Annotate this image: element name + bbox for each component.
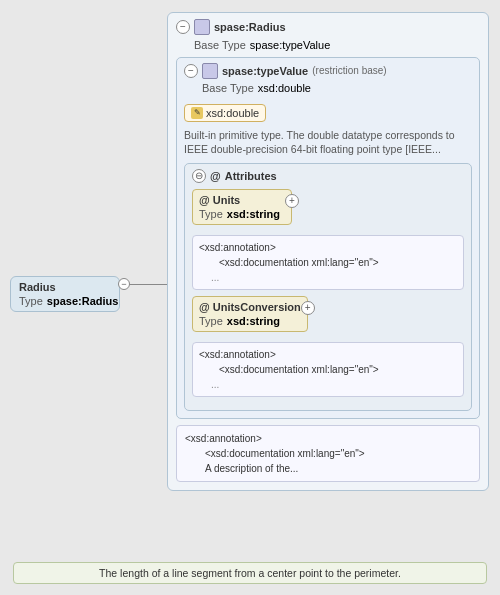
units-attr-item: @ Units Type xsd:string + <box>192 189 292 225</box>
inner-type-icon <box>202 63 218 79</box>
chip-label: xsd:double <box>206 107 259 119</box>
units-plus-btn[interactable]: + <box>285 194 299 208</box>
units-conversion-xml-block: <xsd:annotation> <xsd:documentation xml:… <box>192 342 464 397</box>
inner-base-type-key: Base Type <box>202 82 254 94</box>
units-type-value: xsd:string <box>227 208 280 220</box>
units-conversion-attr-name: UnitsConversion <box>213 301 301 313</box>
radius-type-value: spase:Radius <box>47 295 119 307</box>
bottom-annotation-line1: <xsd:annotation> <box>185 431 471 446</box>
main-collapse-btn[interactable]: − <box>176 20 190 34</box>
units-type-key: Type <box>199 208 223 220</box>
status-bar: The length of a line segment from a cent… <box>13 562 487 584</box>
units-conversion-type-value: xsd:string <box>227 315 280 327</box>
bottom-annotation: <xsd:annotation> <xsd:documentation xml:… <box>176 425 480 482</box>
units-attr-header: @ Units <box>199 194 285 206</box>
units-conversion-type-row: Type xsd:string <box>199 315 301 327</box>
main-base-type-key: Base Type <box>194 39 246 51</box>
units-annotation-line2: <xsd:documentation xml:lang="en"> <box>199 255 457 270</box>
units-annotation-line1: <xsd:annotation> <box>199 240 457 255</box>
attributes-panel: ⊖ @ Attributes @ Units Type xsd:string <box>184 163 472 411</box>
attributes-title: Attributes <box>225 170 277 182</box>
main-panel: − spase:Radius Base Type spase:typeValue… <box>167 12 489 491</box>
units-conversion-type-key: Type <box>199 315 223 327</box>
inner-collapse-btn[interactable]: − <box>184 64 198 78</box>
connector-circle[interactable]: − <box>118 278 130 290</box>
radius-type-key: Type <box>19 295 43 307</box>
bottom-annotation-line3: A description of the... <box>185 461 471 476</box>
inner-panel-header: − spase:typeValue (restriction base) <box>184 63 472 79</box>
units-xml-block: <xsd:annotation> <xsd:documentation xml:… <box>192 235 464 290</box>
units-conversion-plus-btn[interactable]: + <box>301 301 315 315</box>
bottom-annotation-line2: <xsd:documentation xml:lang="en"> <box>185 446 471 461</box>
main-panel-title: spase:Radius <box>214 21 286 33</box>
inner-base-type-value: xsd:double <box>258 82 311 94</box>
attrs-collapse-btn[interactable]: ⊖ <box>192 169 206 183</box>
inner-panel: − spase:typeValue (restriction base) Bas… <box>176 57 480 419</box>
units-type-row: Type xsd:string <box>199 208 285 220</box>
edit-icon: ✎ <box>191 107 203 119</box>
main-base-type-value: spase:typeValue <box>250 39 331 51</box>
units-conversion-annotation-line2: <xsd:documentation xml:lang="en"> <box>199 362 457 377</box>
main-type-icon <box>194 19 210 35</box>
description-text: Built-in primitive type. The double data… <box>184 128 472 157</box>
status-bar-text: The length of a line segment from a cent… <box>99 567 401 579</box>
units-conversion-annotation-ellipsis: ... <box>199 377 457 392</box>
at-symbol: @ <box>210 170 221 182</box>
inner-panel-title: spase:typeValue <box>222 65 308 77</box>
main-base-type-row: Base Type spase:typeValue <box>194 39 480 51</box>
restriction-note: (restriction base) <box>312 65 386 76</box>
units-at-symbol: @ <box>199 194 210 206</box>
units-annotation-ellipsis: ... <box>199 270 457 285</box>
units-conversion-annotation-line1: <xsd:annotation> <box>199 347 457 362</box>
inner-base-type-row: Base Type xsd:double <box>202 82 472 94</box>
attributes-header: ⊖ @ Attributes <box>192 169 464 183</box>
units-conversion-attr-header: @ UnitsConversion <box>199 301 301 313</box>
radius-box: Radius Type spase:Radius <box>10 276 120 312</box>
radius-label: Radius <box>19 281 111 293</box>
xsd-double-chip[interactable]: ✎ xsd:double <box>184 104 266 122</box>
units-conversion-at-symbol: @ <box>199 301 210 313</box>
units-attr-name: Units <box>213 194 241 206</box>
xsd-chip-wrapper: ✎ xsd:double <box>184 100 472 128</box>
main-panel-header: − spase:Radius <box>176 19 480 35</box>
units-conversion-attr-item: @ UnitsConversion Type xsd:string + <box>192 296 308 332</box>
